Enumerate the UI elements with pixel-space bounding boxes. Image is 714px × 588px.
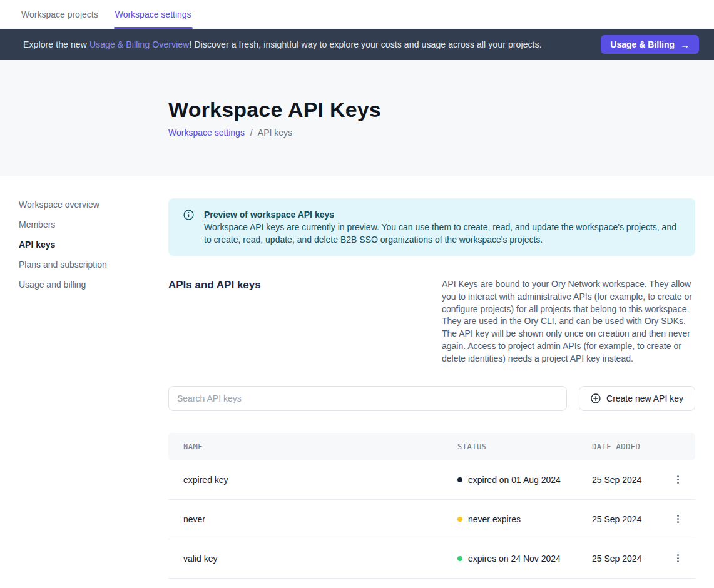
status-dot-icon bbox=[457, 517, 462, 522]
settings-sidebar: Workspace overview Members API keys Plan… bbox=[0, 176, 168, 579]
api-key-date-added: 25 Sep 2024 bbox=[592, 514, 661, 524]
column-header-name: NAME bbox=[168, 442, 457, 451]
row-actions-menu-icon[interactable] bbox=[673, 511, 683, 527]
table-row: valid key expires on 24 Nov 2024 25 Sep … bbox=[168, 539, 695, 579]
search-input[interactable] bbox=[168, 386, 567, 411]
breadcrumb-separator: / bbox=[250, 128, 253, 138]
section-heading: APIs and API keys bbox=[168, 278, 442, 365]
tab-workspace-settings[interactable]: Workspace settings bbox=[115, 0, 191, 29]
sidebar-item-usage-billing[interactable]: Usage and billing bbox=[19, 275, 168, 295]
api-key-name: expired key bbox=[168, 475, 457, 485]
preview-info-alert: Preview of workspace API keys Workspace … bbox=[168, 198, 695, 256]
usage-billing-overview-link[interactable]: Usage & Billing Overview bbox=[89, 39, 190, 49]
info-icon bbox=[183, 210, 194, 246]
page-header: Workspace API Keys Workspace settings / … bbox=[0, 60, 714, 176]
tab-workspace-projects[interactable]: Workspace projects bbox=[21, 0, 98, 29]
section-description: API Keys are bound to your Ory Network w… bbox=[442, 278, 695, 365]
api-key-status: expired on 01 Aug 2024 bbox=[457, 475, 592, 485]
arrow-right-icon: → bbox=[680, 39, 690, 50]
api-key-status: expires on 24 Nov 2024 bbox=[457, 554, 592, 564]
table-header: NAME STATUS DATE ADDED bbox=[168, 433, 695, 460]
status-text: never expires bbox=[468, 514, 521, 524]
alert-content: Preview of workspace API keys Workspace … bbox=[204, 208, 680, 246]
api-keys-table: NAME STATUS DATE ADDED expired key expir… bbox=[168, 433, 695, 579]
table-row: never never expires 25 Sep 2024 bbox=[168, 500, 695, 539]
status-text: expired on 01 Aug 2024 bbox=[468, 475, 561, 485]
banner-text-after: ! Discover a fresh, insightful way to ex… bbox=[189, 39, 541, 49]
breadcrumb-current: API keys bbox=[258, 128, 292, 138]
column-header-date-added: DATE ADDED bbox=[592, 442, 661, 451]
banner-text: Explore the new Usage & Billing Overview… bbox=[23, 39, 542, 49]
api-key-date-added: 25 Sep 2024 bbox=[592, 475, 661, 485]
sidebar-item-members[interactable]: Members bbox=[19, 215, 168, 235]
row-actions-menu-icon[interactable] bbox=[673, 472, 683, 487]
status-dot-icon bbox=[457, 477, 462, 482]
api-keys-toolbar: Create new API key bbox=[168, 386, 695, 411]
status-text: expires on 24 Nov 2024 bbox=[468, 554, 561, 564]
content-area: Workspace overview Members API keys Plan… bbox=[0, 176, 714, 579]
page-title: Workspace API Keys bbox=[168, 98, 714, 122]
sidebar-item-api-keys[interactable]: API keys bbox=[19, 235, 168, 255]
api-key-status: never expires bbox=[457, 514, 592, 524]
plus-circle-icon bbox=[591, 393, 601, 403]
sidebar-item-workspace-overview[interactable]: Workspace overview bbox=[19, 195, 168, 215]
apis-section: APIs and API keys API Keys are bound to … bbox=[168, 278, 695, 365]
api-key-name: never bbox=[168, 514, 457, 524]
main-panel: Preview of workspace API keys Workspace … bbox=[168, 176, 695, 579]
usage-billing-button[interactable]: Usage & Billing → bbox=[601, 35, 699, 54]
alert-body: Workspace API keys are currently in prev… bbox=[204, 221, 680, 246]
banner-text-before: Explore the new bbox=[23, 39, 89, 49]
alert-title: Preview of workspace API keys bbox=[204, 208, 680, 221]
usage-billing-button-label: Usage & Billing bbox=[610, 39, 675, 49]
api-key-name: valid key bbox=[168, 554, 457, 564]
row-actions-menu-icon[interactable] bbox=[673, 550, 683, 566]
breadcrumb-workspace-settings-link[interactable]: Workspace settings bbox=[168, 128, 245, 138]
breadcrumb: Workspace settings / API keys bbox=[168, 128, 714, 138]
column-header-status: STATUS bbox=[457, 442, 592, 451]
top-navigation: Workspace projects Workspace settings bbox=[0, 0, 714, 29]
sidebar-item-plans-subscription[interactable]: Plans and subscription bbox=[19, 255, 168, 275]
promo-banner: Explore the new Usage & Billing Overview… bbox=[0, 29, 714, 60]
api-key-date-added: 25 Sep 2024 bbox=[592, 554, 661, 564]
create-api-key-label: Create new API key bbox=[606, 393, 683, 403]
status-dot-icon bbox=[457, 556, 462, 561]
create-api-key-button[interactable]: Create new API key bbox=[579, 386, 695, 411]
table-row: expired key expired on 01 Aug 2024 25 Se… bbox=[168, 460, 695, 500]
